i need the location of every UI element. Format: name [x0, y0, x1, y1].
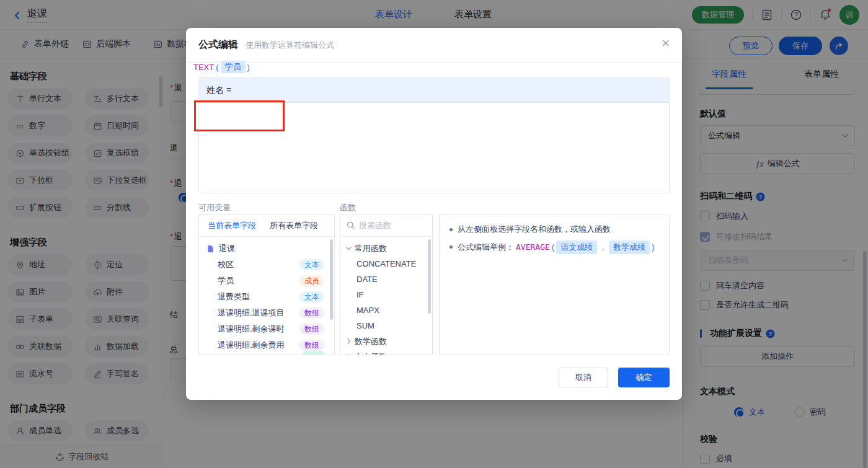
function-group-math[interactable]: 数学函数 — [340, 333, 432, 349]
tab-current-form-fields[interactable]: 当前表单字段 — [208, 220, 256, 231]
bullet-dot — [450, 245, 453, 249]
functions-panel: 常用函数 CONCATENATE DATE IF MAPX SUM 数学函数 文… — [340, 214, 433, 355]
file-icon — [206, 245, 215, 253]
variable-row[interactable]: 退课明细.剩余课时数组 — [199, 321, 334, 337]
modal-title: 公式编辑 — [198, 38, 238, 51]
close-icon[interactable]: × — [662, 37, 670, 50]
function-item[interactable]: MAPX — [340, 302, 432, 318]
variable-row[interactable]: 退费类型文本 — [199, 289, 334, 305]
variable-row[interactable]: 学员成员 — [199, 273, 334, 289]
separator: ， — [599, 241, 607, 254]
variables-scrollbar[interactable] — [330, 239, 333, 320]
hints-panel: 从左侧面板选择字段名和函数，或输入函数 公式编辑举例： AVERAGE ( 语文… — [439, 214, 670, 355]
formula-keyword: TEXT — [193, 63, 214, 72]
functions-label: 函数 — [340, 202, 356, 213]
function-item[interactable]: SUM — [340, 318, 432, 333]
type-tag: 成员 — [299, 275, 324, 286]
paren-open: ( — [216, 63, 218, 72]
function-search — [340, 214, 432, 237]
paren-open: ( — [552, 241, 554, 254]
variable-row[interactable]: 退课明细.剩余费用数组 — [199, 337, 334, 353]
type-tag: 数组 — [299, 340, 324, 351]
partial-tag — [303, 351, 324, 355]
formula-lhs: 姓名 = — [206, 85, 231, 96]
confirm-button[interactable]: 确定 — [618, 368, 670, 387]
bullet-dot — [450, 228, 453, 231]
caret-down-icon — [345, 245, 352, 252]
modal-header: 公式编辑 使用数学运算符编辑公式 — [186, 28, 682, 63]
function-item[interactable]: DATE — [340, 272, 432, 287]
function-item[interactable]: CONCATENATE — [340, 256, 432, 272]
field-chip[interactable]: 学员 — [221, 61, 246, 73]
variable-row[interactable]: 校区文本 — [199, 257, 334, 273]
type-tag: 文本 — [299, 259, 324, 270]
functions-scrollbar[interactable] — [428, 239, 431, 314]
example-chip: 语文成绩 — [556, 241, 597, 254]
function-group-common[interactable]: 常用函数 — [340, 241, 432, 256]
search-icon — [346, 221, 355, 230]
formula-editor[interactable]: 姓名 = — [198, 77, 670, 193]
tab-all-form-fields[interactable]: 所有表单字段 — [270, 220, 318, 231]
type-tag: 数组 — [299, 307, 324, 319]
caret-right-icon — [345, 338, 352, 345]
paren-close: ) — [247, 63, 250, 72]
variables-panel: 当前表单字段 所有表单字段 退课 校区文本 学员成员 退费类型文本 退课明细.退… — [198, 214, 335, 355]
type-tag: 文本 — [299, 291, 324, 302]
caret-right-icon — [345, 353, 352, 355]
cancel-button[interactable]: 取消 — [559, 368, 608, 387]
variables-tree-root[interactable]: 退课 — [199, 241, 334, 257]
type-tag: 数组 — [299, 324, 324, 335]
formula-expression[interactable]: TEXT ( 学员 ) — [193, 61, 250, 73]
formula-target-bar: 姓名 = — [199, 78, 669, 103]
function-item[interactable]: IF — [340, 287, 432, 302]
formula-edit-modal: 公式编辑 使用数学运算符编辑公式 × 姓名 = TEXT ( 学员 ) 可用变量… — [186, 28, 682, 400]
paren-close: ) — [652, 241, 654, 254]
hint-example-prefix: 公式编辑举例： — [458, 241, 514, 254]
variable-row[interactable]: 退课明细.退课项目数组 — [199, 305, 334, 321]
hint-line-2: 公式编辑举例： AVERAGE ( 语文成绩 ， 数学成绩 ) — [450, 241, 659, 254]
variables-tabs: 当前表单字段 所有表单字段 — [199, 214, 334, 237]
hint-line-1: 从左侧面板选择字段名和函数，或输入函数 — [450, 223, 659, 236]
variables-label: 可用变量 — [198, 202, 231, 213]
modal-subtitle: 使用数学运算符编辑公式 — [246, 40, 334, 51]
example-chip: 数学成绩 — [609, 241, 650, 254]
hint-function-name: AVERAGE — [516, 241, 550, 254]
function-group-text[interactable]: 文本函数 — [340, 349, 432, 355]
annotation-box — [194, 100, 285, 131]
tree-root-label: 退课 — [219, 243, 235, 254]
